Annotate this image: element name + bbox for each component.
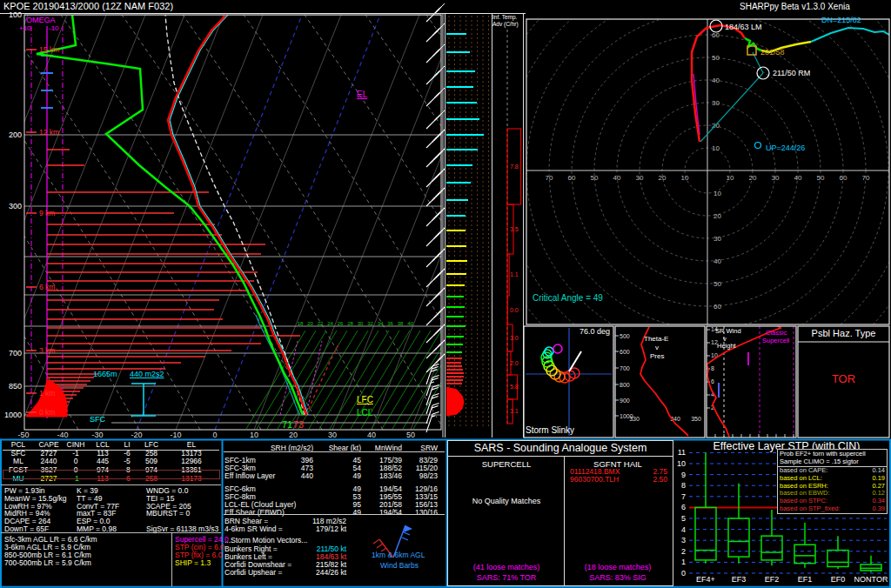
- svg-text:30: 30: [328, 431, 337, 439]
- svg-text:-10: -10: [170, 431, 181, 439]
- barb-inset-label-line2: Wind Barbs: [380, 561, 419, 570]
- inset-hazard-type[interactable]: [798, 326, 889, 438]
- inset-storm-slinky[interactable]: [524, 326, 613, 438]
- thermo-column-3: WNDG = 0.0TEI = 153CAPE = 205MBURST = 0 …: [146, 487, 218, 533]
- svg-text:9: 9: [681, 471, 686, 479]
- svg-text:7: 7: [681, 492, 686, 501]
- svg-text:5: 5: [681, 514, 686, 523]
- kinematics-table: SRH (m2/s2)Shear (kt)MnWindSRWSFC-1km396…: [224, 442, 445, 515]
- thermo-param: MBURST = 0: [146, 510, 218, 518]
- window-title: KPOE 20190413/2000 (12Z NAM F032): [3, 1, 173, 11]
- composite-indices-list: Supercell = 24.0STP (cin) = 6.0STP (fix)…: [175, 536, 229, 567]
- svg-text:-30: -30: [91, 431, 103, 439]
- svg-text:3.0: 3.0: [510, 335, 519, 341]
- svg-text:NONTOR: NONTOR: [854, 575, 888, 584]
- mu-row-highlight: [3, 470, 220, 479]
- sars-supercell-probability: SARS: 71% TOR: [452, 573, 561, 582]
- stp-legend: Prob EF2+ torn with supercell Sample CLI…: [777, 449, 888, 514]
- inset-srwind[interactable]: [707, 326, 796, 438]
- svg-text:200: 200: [9, 130, 22, 139]
- adv-header-line2: Adv (C/hr): [492, 21, 519, 27]
- thermo-param: SigSvr = 61138 m3/s3: [146, 525, 218, 533]
- sars-divider: [564, 457, 565, 585]
- sars-hail-probability: SARS: 83% SIG: [566, 573, 669, 582]
- sars-hail-matches[interactable]: 01112418.BMX2.7596030700.TLH2.50: [570, 468, 667, 484]
- parcel-table-header-rule: [3, 450, 219, 451]
- svg-text:EF2: EF2: [765, 575, 780, 584]
- surface-temp-label: 73: [293, 419, 304, 430]
- thermo-param: DownT = 65F: [4, 525, 67, 533]
- svg-text:-50: -50: [17, 431, 29, 439]
- storm-motion-value: 244/26 kt: [224, 568, 346, 577]
- temp-advection-strip: 7.83.51.10.03.02.05.83.1: [507, 30, 521, 426]
- svg-text:6: 6: [681, 503, 686, 511]
- sars-no-match-text: No Quality Matches: [452, 497, 561, 505]
- sars-panel: SARS - Sounding Analogue System SUPERCEL…: [447, 440, 673, 586]
- svg-text:3: 3: [681, 536, 686, 545]
- storm-motion-title: ...Storm Motion Vectors...: [224, 536, 307, 545]
- svg-text:3.5: 3.5: [510, 226, 519, 232]
- hodograph-panel[interactable]: [526, 19, 889, 324]
- composite-index-value: SHIP = 1.3: [175, 559, 229, 567]
- svg-text:10: 10: [250, 431, 258, 439]
- svg-text:10: 10: [677, 459, 686, 468]
- barb-inset-label-line1: 1km & 6km AGL: [372, 551, 425, 559]
- lapse-rate-list: Sfc-3km AGL LR = 6.6 C/km3-6km AGL LR = …: [4, 536, 97, 567]
- kinematics-value: 98/23: [224, 471, 438, 480]
- shear-row-value: 179/12 kt: [224, 525, 346, 533]
- stp-legend-rows: based on CAPE:0.14based on LCL:0.19based…: [778, 467, 887, 513]
- sharppy-window: 1820222426283032343638401002003007008501…: [0, 0, 891, 588]
- thermo-column-1: PW = 1.93inMeanW = 15.5g/kgLowRH = 97%Mi…: [4, 487, 67, 533]
- svg-text:-20: -20: [131, 431, 142, 439]
- skewt-panel[interactable]: [24, 14, 441, 430]
- svg-text:100: 100: [9, 10, 22, 19]
- svg-text:2.0: 2.0: [510, 360, 519, 366]
- svg-text:1.1: 1.1: [510, 271, 519, 277]
- svg-text:40: 40: [367, 431, 376, 439]
- kinematics-header-rule: [224, 451, 445, 452]
- sars-hail-loose-count: (18 loose matches): [566, 563, 669, 571]
- svg-text:8: 8: [681, 481, 686, 490]
- svg-text:EF1: EF1: [798, 575, 813, 584]
- thermo-column-2: K = 39TT = 49ConvT = 77FmaxT = 83FESP = …: [77, 487, 119, 533]
- sars-supercell-loose-count: (41 loose matches): [452, 563, 561, 571]
- svg-text:1: 1: [681, 558, 686, 566]
- svg-text:EF3: EF3: [732, 575, 747, 584]
- svg-text:0: 0: [681, 569, 686, 578]
- adv-header-line1: Inf. Temp.: [492, 14, 517, 20]
- svg-text:2: 2: [681, 547, 686, 556]
- surface-dewpoint-label: 71: [282, 419, 292, 430]
- app-version-label: SHARPpy Beta v1.3.0 Xenia: [740, 2, 850, 11]
- thermo-param: MMP = 0.98: [77, 525, 119, 533]
- sars-match-row[interactable]: 96030700.TLH2.50: [570, 476, 667, 484]
- svg-text:EF4+: EF4+: [696, 575, 715, 584]
- sars-title: SARS - Sounding Analogue System: [448, 442, 673, 454]
- svg-text:-40: -40: [57, 431, 68, 439]
- svg-text:EF0: EF0: [831, 575, 846, 584]
- stp-legend-row: based on STP_fixed:0.39: [778, 505, 887, 513]
- svg-text:1000: 1000: [4, 411, 22, 419]
- sars-title-rule: [448, 456, 673, 457]
- svg-text:850: 850: [9, 382, 22, 391]
- lapse-rate-value: 700-500mb LR = 5.9 C/km: [4, 559, 97, 567]
- svg-text:700: 700: [9, 349, 22, 357]
- svg-text:0: 0: [212, 431, 217, 439]
- sars-supercell-header: SUPERCELL: [452, 459, 561, 469]
- svg-text:5.8: 5.8: [510, 384, 519, 390]
- inset-thetae[interactable]: [615, 326, 705, 438]
- svg-text:20: 20: [289, 431, 298, 439]
- svg-text:50: 50: [406, 431, 415, 439]
- svg-text:4: 4: [681, 525, 686, 534]
- wind-speed-strip: [446, 16, 489, 428]
- kinematics-bottom-rule: [224, 514, 445, 515]
- svg-text:300: 300: [9, 202, 22, 210]
- svg-text:7.8: 7.8: [510, 164, 519, 170]
- svg-text:3.1: 3.1: [510, 408, 519, 414]
- svg-text:0.0: 0.0: [510, 307, 519, 313]
